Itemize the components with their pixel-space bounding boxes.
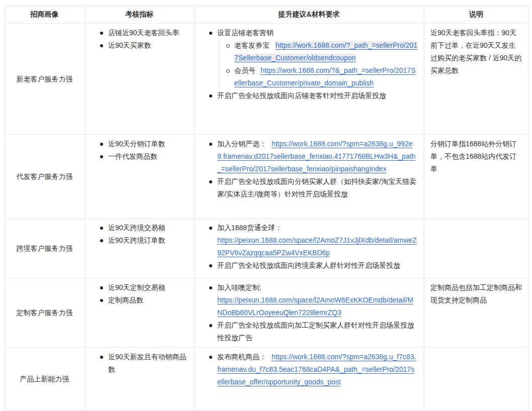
sublink-label: 老客发券宝: [234, 41, 270, 49]
suggestion-text: 加入哇噢定制:: [217, 283, 261, 291]
portrait-cell: 新老客户服务力强: [5, 24, 85, 135]
suggestions-cell: 设置店铺老客营销 老客发券宝 https://work.1688.com/?_p…: [194, 24, 424, 135]
list-item: 近90天新发且有动销商品数: [99, 351, 188, 376]
list-item: 老客发券宝 https://work.1688.com/?_path_=sell…: [225, 39, 418, 64]
huotong-quanqiu-link[interactable]: https://peixun.1688.com/space/l2AmoZ7J1v…: [217, 234, 418, 259]
member-card-link[interactable]: https://work.1688.com/?&_path_=sellerPro…: [234, 66, 415, 87]
suggestion-text: 加入分销严选：: [217, 140, 267, 148]
indicator-list: 近90天新发且有动销商品数: [91, 351, 188, 376]
suggestion-list: 加入1688货通全球： https://peixun.1688.com/spac…: [200, 222, 418, 272]
list-item: 设置店铺老客营销 老客发券宝 https://work.1688.com/?_p…: [208, 27, 418, 89]
sublink-label: 会员号: [234, 66, 255, 74]
indicators-cell: 近90天分销订单数 一件代发商品数: [85, 135, 194, 219]
suggestion-list: 加入分销严选： https://work.1688.com/?spm=a2638…: [200, 138, 418, 200]
list-item: 开启广告全站投放或面向跨境卖家人群针对性开启场景投放: [208, 259, 418, 272]
suggestion-list: 加入哇噢定制: https://peixun.1688.com/space/l2…: [200, 281, 418, 344]
suggestions-cell: 加入分销严选： https://work.1688.com/?spm=a2638…: [194, 135, 424, 219]
portrait-cell: 跨境客户服务力强: [5, 219, 85, 278]
notes-cell: 近90天老客回头率指：90天前下过单，在近90天又发生过购买的老买家数 / 近9…: [424, 24, 528, 135]
list-item: 发布商机商品： https://work.1688.com/?spm=a2638…: [208, 351, 418, 388]
suggestion-list: 发布商机商品： https://work.1688.com/?spm=a2638…: [200, 351, 418, 388]
list-item: 加入哇噢定制: https://peixun.1688.com/space/l2…: [208, 281, 418, 319]
table-row: 代发客户服务力强 近90天分销订单数 一件代发商品数 加入分销严选： https…: [5, 135, 528, 219]
list-item: 店铺近90天老客回头率: [99, 27, 188, 39]
suggestion-text: 发布商机商品：: [217, 353, 267, 361]
suggestions-cell: 加入哇噢定制: https://peixun.1688.com/space/l2…: [194, 278, 424, 348]
list-item: 近90天定制交易额: [99, 281, 188, 294]
list-item: 近90天买家数: [99, 39, 188, 52]
indicators-cell: 近90天定制交易额 定制商品数: [85, 278, 194, 348]
waou-dingzhi-link[interactable]: https://peixun.1688.com/space/l2AmoW6ExK…: [217, 294, 418, 319]
list-item: 定制商品数: [99, 294, 188, 306]
suggestion-text: 设置店铺老客营销: [217, 29, 274, 37]
header-suggestions: 提升建议&材料要求: [194, 6, 424, 24]
list-item: 近90天分销订单数: [99, 138, 188, 150]
table-row: 跨境客户服务力强 近90天跨境交易额 近90天跨境订单数 加入1688货通全球：…: [5, 219, 528, 278]
indicator-list: 店铺近90天老客回头率 近90天买家数: [91, 27, 188, 52]
assessment-table-container: 招商画像 考核指标 提升建议&材料要求 说明 新老客户服务力强 店铺近90天老客…: [4, 5, 528, 411]
header-portrait: 招商画像: [5, 6, 85, 24]
header-notes: 说明: [424, 6, 528, 24]
notes-cell: [424, 219, 528, 278]
table-row: 定制客户服务力强 近90天定制交易额 定制商品数 加入哇噢定制: https:/…: [5, 278, 528, 348]
indicator-list: 近90天分销订单数 一件代发商品数: [91, 138, 188, 163]
assessment-table: 招商画像 考核指标 提升建议&材料要求 说明 新老客户服务力强 店铺近90天老客…: [4, 5, 528, 411]
portrait-cell: 产品上新能力强: [5, 348, 85, 410]
indicator-list: 近90天定制交易额 定制商品数: [91, 281, 188, 306]
header-row: 招商画像 考核指标 提升建议&材料要求 说明: [5, 6, 528, 24]
header-indicators: 考核指标: [85, 6, 194, 24]
list-item: 一件代发商品数: [99, 150, 188, 163]
list-item: 开启广告全站投放或面向分销买家人群（如抖快卖家/淘宝天猫卖家/实体店主/微商等）…: [208, 175, 418, 200]
indicators-cell: 近90天新发且有动销商品数: [85, 348, 194, 410]
table-row: 新老客户服务力强 店铺近90天老客回头率 近90天买家数 设置店铺老客营销 老客…: [5, 24, 528, 135]
suggestions-cell: 发布商机商品： https://work.1688.com/?spm=a2638…: [194, 348, 424, 410]
indicator-list: 近90天跨境交易额 近90天跨境订单数: [91, 222, 188, 247]
indicators-cell: 近90天跨境交易额 近90天跨境订单数: [85, 219, 194, 278]
suggestion-sublist: 老客发券宝 https://work.1688.com/?_path_=sell…: [219, 39, 418, 89]
notes-cell: 分销订单指1688站外分销订单，不包含1688站内代发订单: [424, 135, 528, 219]
list-item: 会员号 https://work.1688.com/?&_path_=selle…: [225, 64, 418, 89]
indicators-cell: 店铺近90天老客回头率 近90天买家数: [85, 24, 194, 135]
list-item: 加入分销严选： https://work.1688.com/?spm=a2638…: [208, 138, 418, 175]
list-item: 加入1688货通全球： https://peixun.1688.com/spac…: [208, 222, 418, 259]
suggestion-list: 设置店铺老客营销 老客发券宝 https://work.1688.com/?_p…: [200, 27, 418, 102]
portrait-cell: 定制客户服务力强: [5, 278, 85, 348]
table-row: 产品上新能力强 近90天新发且有动销商品数 发布商机商品： https://wo…: [5, 348, 528, 410]
suggestion-text: 加入1688货通全球：: [217, 224, 282, 232]
notes-cell: [424, 348, 528, 410]
list-item: 开启广告全站投放或面向加工定制买家人群针对性开启场景投放性投放广告: [208, 319, 418, 344]
list-item: 近90天跨境订单数: [99, 234, 188, 247]
list-item: 近90天跨境交易额: [99, 222, 188, 234]
suggestions-cell: 加入1688货通全球： https://peixun.1688.com/spac…: [194, 219, 424, 278]
list-item: 开启广告全站投放或面向店铺老客针对性开启场景投放: [208, 89, 418, 102]
notes-cell: 定制商品包括加工定制商品和现货支持定制商品: [424, 278, 528, 348]
portrait-cell: 代发客户服务力强: [5, 135, 85, 219]
